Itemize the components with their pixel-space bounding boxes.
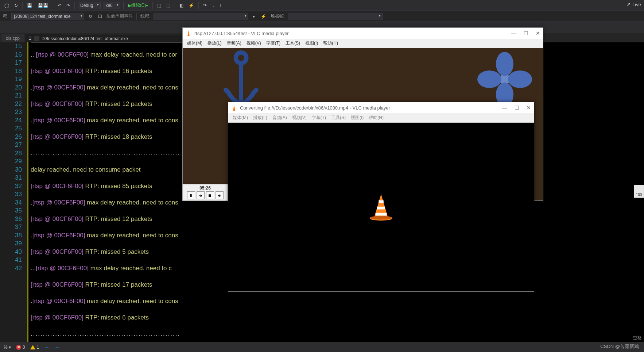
redo-icon[interactable]: ↷ [65,2,71,9]
svg-rect-6 [379,200,384,203]
vlc1-titlebar[interactable]: rtsp://127.0.0.1:8554/test - VLC media p… [183,28,543,39]
warning-icon [30,345,35,349]
step-into-icon[interactable]: ↓ [210,2,216,9]
platform-dropdown[interactable]: x86 [103,2,120,9]
process-label: 程: [3,13,8,19]
process-dropdown[interactable]: [20908] 124 test_xformat.exe [11,13,84,20]
svg-rect-7 [377,206,385,209]
whitespace-indicator: 空格 [633,335,642,341]
vlc-cone-icon [186,30,191,36]
svg-point-2 [508,70,532,88]
minimize-icon[interactable]: — [511,30,516,36]
vlc-cone-icon [231,105,237,111]
line-gutter: 1516171819202122232425262728293031323334… [0,42,26,272]
svg-point-4 [477,70,501,88]
tab-ols[interactable]: ols.cpp [1,34,24,42]
vlc2-video-area[interactable] [228,123,534,291]
step-out-icon[interactable]: ↑ [218,2,223,9]
console-title: D:\lesson\code\bin\x86\124 test_xformat.… [42,36,128,41]
status-bar: % ▾ ✕0 1 ← → [0,342,644,352]
log-line: [rtsp @ 00CF6F00] [31,68,84,74]
menu-media[interactable]: 媒体(M) [230,114,250,122]
svg-rect-8 [376,213,387,215]
menu-audio[interactable]: 音频(A) [270,114,289,122]
watermark: CSDN @苦藤新鸡 [600,343,639,350]
pause-button[interactable]: ⏸ [187,191,195,199]
menu-help[interactable]: 帮助(H) [321,39,340,47]
thread-tool-icon[interactable]: ▾ [251,13,256,20]
volume-indicator[interactable]: 100 [634,185,644,198]
lifecycle-checkbox[interactable]: ☐ [97,13,104,20]
save-icon[interactable]: 💾 [26,2,34,9]
save-all-icon[interactable]: 💾💾 [36,2,50,9]
vlc2-menubar: 媒体(M) 播放(L) 音频(A) 视频(V) 字幕(T) 工具(S) 视图(I… [228,113,534,123]
maximize-icon[interactable]: ☐ [515,105,519,111]
vlc-floating-controls[interactable]: 05:26 ⏸ ⏮ ⏹ ⏭ [182,184,228,201]
prev-button[interactable]: ⏮ [197,191,205,199]
continue-button[interactable]: ▶ 继续(C) ▾ [127,1,150,9]
playback-time: 05:26 [199,185,211,191]
next-button[interactable]: ⏭ [216,191,224,199]
menu-view[interactable]: 视图(I) [349,114,366,122]
nav-back-icon[interactable]: ◯ [3,2,11,9]
menu-playback[interactable]: 播放(L) [205,39,224,47]
menu-help[interactable]: 帮助(H) [366,114,386,122]
step-over-icon[interactable]: ↷ [202,2,208,9]
vs-toolbar-main: ◯ ↻ 💾 💾💾 ↶ ↷ Debug x86 ▶ 继续(C) ▾ ⬚ ⬚ ◧ ⚡… [0,0,644,11]
console-title-bar[interactable]: D:\lesson\code\bin\x86\124 test_xformat.… [31,35,182,43]
refresh-proc-icon[interactable]: ↻ [87,13,94,20]
nav-back-button[interactable]: ← [44,344,49,350]
svg-point-1 [496,52,513,76]
error-icon: ✕ [16,345,21,350]
close-icon[interactable]: ✕ [536,30,540,36]
menu-media[interactable]: 媒体(M) [185,39,205,47]
menu-subtitle[interactable]: 字幕(T) [310,114,328,122]
console-icon [34,36,39,41]
undo-icon[interactable]: ↶ [56,2,63,9]
config-dropdown[interactable]: Debug [78,2,101,9]
stack-dropdown[interactable] [288,13,383,20]
menu-tools[interactable]: 工具(S) [329,114,348,122]
close-icon[interactable]: ✕ [527,105,531,111]
menu-subtitle[interactable]: 字幕(T) [264,39,283,47]
menu-video[interactable]: 视频(V) [244,39,263,47]
vlc1-menubar: 媒体(M) 播放(L) 音频(A) 视频(V) 字幕(T) 工具(S) 视图(I… [183,39,543,48]
stack-label: 堆栈帧: [271,13,285,19]
fan-graphic [477,52,532,107]
thread-dropdown[interactable] [154,13,248,20]
vlc1-title-text: rtsp://127.0.0.1:8554/test - VLC media p… [194,31,289,36]
menu-playback[interactable]: 播放(L) [251,114,269,122]
vlc-window-converting[interactable]: Converting file:///D:/lesson/code/bin/x8… [228,102,534,292]
menu-view[interactable]: 视图(I) [303,39,320,47]
svg-point-10 [370,216,392,219]
vlc2-title-text: Converting file:///D:/lesson/code/bin/x8… [240,105,390,111]
warning-count[interactable]: 1 [30,345,39,350]
minimize-icon[interactable]: — [502,105,507,111]
process-toolbar: 程: [20908] 124 test_xformat.exe ↻ ☐ 生命周期… [0,11,644,22]
zoom-indicator[interactable]: % ▾ [4,345,11,350]
menu-video[interactable]: 视频(V) [290,114,309,122]
vlc2-titlebar[interactable]: Converting file:///D:/lesson/code/bin/x8… [228,102,534,113]
thread-tool2-icon[interactable]: ⚡ [259,13,268,20]
maximize-icon[interactable]: ☐ [524,30,528,36]
lifecycle-label: 生命周期事件 [106,13,133,19]
refresh-icon[interactable]: ↻ [13,2,19,9]
step2-icon[interactable]: ⬚ [165,2,172,9]
nav-fwd-button[interactable]: → [54,344,59,350]
thread-label: 线程: [140,13,150,19]
menu-audio[interactable]: 音频(A) [225,39,244,47]
stop-button[interactable]: ⏹ [206,191,214,199]
menu-tools[interactable]: 工具(S) [283,39,302,47]
step-icon[interactable]: ⬚ [156,2,163,9]
debug-tool2-icon[interactable]: ⚡ [187,2,195,9]
error-count[interactable]: ✕0 [16,345,25,350]
vlc-large-cone-icon [363,192,399,223]
live-share-button[interactable]: Live [626,1,641,7]
debug-tool-icon[interactable]: ◧ [178,2,185,9]
